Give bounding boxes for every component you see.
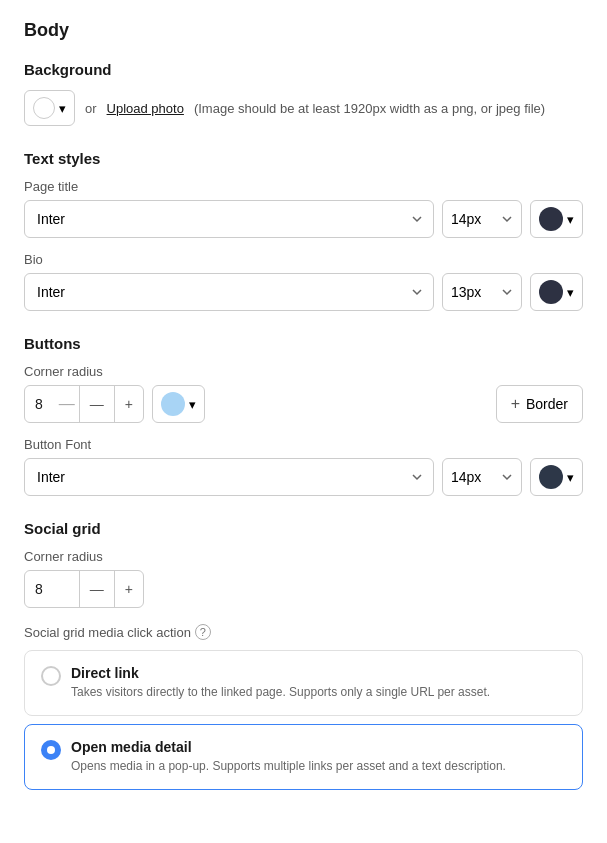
- border-plus-icon: +: [511, 395, 520, 413]
- buttons-stepper-minus[interactable]: —: [79, 386, 114, 422]
- buttons-stepper-value: 8: [25, 396, 55, 412]
- buttons-stepper: 8 — — +: [24, 385, 144, 423]
- text-styles-section: Text styles Page title Inter Roboto Open…: [24, 150, 583, 311]
- click-action-label-row: Social grid media click action ?: [24, 624, 583, 640]
- direct-link-row: Direct link Takes visitors directly to t…: [41, 665, 566, 701]
- upload-hint: (Image should be at least 1920px width a…: [194, 101, 545, 116]
- upload-photo-link[interactable]: Upload photo: [107, 101, 184, 116]
- social-grid-stepper: 8 — +: [24, 570, 144, 608]
- social-grid-section-title: Social grid: [24, 520, 583, 537]
- background-section: Background ▾ or Upload photo (Image shou…: [24, 61, 583, 126]
- bio-color-picker[interactable]: ▾: [530, 273, 583, 311]
- buttons-color-picker[interactable]: ▾: [152, 385, 205, 423]
- background-row: ▾ or Upload photo (Image should be at le…: [24, 90, 583, 126]
- social-grid-stepper-value: 8: [25, 581, 79, 597]
- or-text: or: [85, 101, 97, 116]
- background-color-picker[interactable]: ▾: [24, 90, 75, 126]
- border-label: Border: [526, 396, 568, 412]
- page-title-color-picker[interactable]: ▾: [530, 200, 583, 238]
- bio-color-chevron: ▾: [567, 285, 574, 300]
- social-grid-stepper-row: 8 — +: [24, 570, 583, 608]
- buttons-section-title: Buttons: [24, 335, 583, 352]
- button-font-label: Button Font: [24, 437, 583, 452]
- button-color-picker[interactable]: ▾: [530, 458, 583, 496]
- corner-radius-label: Corner radius: [24, 364, 583, 379]
- direct-link-title: Direct link: [71, 665, 490, 681]
- direct-link-content: Direct link Takes visitors directly to t…: [71, 665, 490, 701]
- buttons-color-chevron: ▾: [189, 397, 196, 412]
- bio-label: Bio: [24, 252, 583, 267]
- buttons-color-swatch: [161, 392, 185, 416]
- page-title-label: Page title: [24, 179, 583, 194]
- social-minus-icon: —: [90, 581, 104, 597]
- open-media-detail-desc: Opens media in a pop-up. Supports multip…: [71, 758, 506, 775]
- page-title-font-select[interactable]: Inter Roboto Open Sans: [24, 200, 434, 238]
- button-size-select[interactable]: 14px 12px 13px 15px 16px: [442, 458, 522, 496]
- button-color-swatch: [539, 465, 563, 489]
- direct-link-radio[interactable]: [41, 666, 61, 686]
- button-color-chevron: ▾: [567, 470, 574, 485]
- bio-font-row: Inter Roboto Open Sans 13px 11px 12px 14…: [24, 273, 583, 311]
- direct-link-desc: Takes visitors directly to the linked pa…: [71, 684, 490, 701]
- click-action-label: Social grid media click action: [24, 625, 191, 640]
- open-media-detail-row: Open media detail Opens media in a pop-u…: [41, 739, 566, 775]
- page-title-color-chevron: ▾: [567, 212, 574, 227]
- open-media-detail-title: Open media detail: [71, 739, 506, 755]
- social-grid-section: Social grid Corner radius 8 — + Social g…: [24, 520, 583, 790]
- button-font-row: Inter Roboto Open Sans 14px 12px 13px 15…: [24, 458, 583, 496]
- social-grid-corner-radius-label: Corner radius: [24, 549, 583, 564]
- stepper-separator: —: [55, 395, 79, 413]
- background-color-chevron: ▾: [59, 101, 66, 116]
- open-media-detail-radio[interactable]: [41, 740, 61, 760]
- minus-icon: —: [90, 396, 104, 412]
- social-grid-stepper-minus[interactable]: —: [79, 571, 114, 607]
- page-title-color-swatch: [539, 207, 563, 231]
- text-styles-section-title: Text styles: [24, 150, 583, 167]
- help-icon[interactable]: ?: [195, 624, 211, 640]
- open-media-detail-option[interactable]: Open media detail Opens media in a pop-u…: [24, 724, 583, 790]
- open-media-detail-content: Open media detail Opens media in a pop-u…: [71, 739, 506, 775]
- page-title: Body: [24, 20, 583, 41]
- buttons-stepper-plus[interactable]: +: [114, 386, 143, 422]
- plus-icon: +: [125, 396, 133, 412]
- buttons-section: Buttons Corner radius 8 — — + ▾ + Border…: [24, 335, 583, 496]
- page-title-size-select[interactable]: 14px 12px 13px 15px 16px: [442, 200, 522, 238]
- background-color-swatch: [33, 97, 55, 119]
- page-title-font-row: Inter Roboto Open Sans 14px 12px 13px 15…: [24, 200, 583, 238]
- bio-font-select[interactable]: Inter Roboto Open Sans: [24, 273, 434, 311]
- buttons-corner-radius-row: 8 — — + ▾ + Border: [24, 385, 583, 423]
- bio-color-swatch: [539, 280, 563, 304]
- border-button[interactable]: + Border: [496, 385, 583, 423]
- social-plus-icon: +: [125, 581, 133, 597]
- button-font-select[interactable]: Inter Roboto Open Sans: [24, 458, 434, 496]
- direct-link-option[interactable]: Direct link Takes visitors directly to t…: [24, 650, 583, 716]
- social-grid-stepper-plus[interactable]: +: [114, 571, 143, 607]
- radio-options-container: Direct link Takes visitors directly to t…: [24, 650, 583, 790]
- background-section-title: Background: [24, 61, 583, 78]
- bio-size-select[interactable]: 13px 11px 12px 14px 15px: [442, 273, 522, 311]
